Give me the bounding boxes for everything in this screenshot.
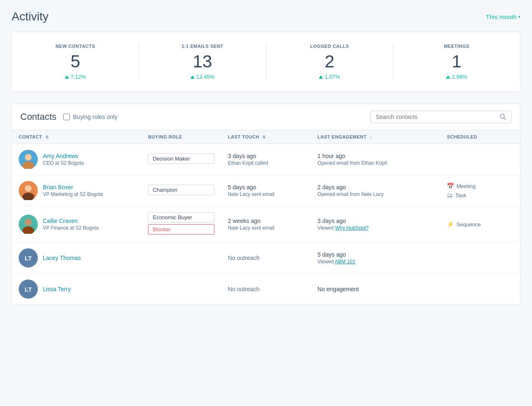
sort-icon-engagement: ↓ <box>369 135 372 139</box>
avatar: LT <box>19 280 38 299</box>
page-title: Activity <box>12 10 49 23</box>
time-filter-button[interactable]: This month ▾ <box>486 13 520 20</box>
trend-up-icon <box>319 75 323 79</box>
stat-emails-value: 13 <box>139 53 266 70</box>
contact-subtitle: CEO at S2 Bogota <box>43 160 84 166</box>
column-header-scheduled: Scheduled <box>440 130 520 144</box>
last-engagement-cell: 1 hour agoOpened email from Ethan Kopit <box>311 144 440 175</box>
last-touch-secondary: Ethan Kopit called <box>228 160 304 166</box>
last-engagement-primary: 1 hour ago <box>318 153 433 159</box>
table-row: LTLissa TerryNo outreachNo engagement <box>12 274 520 305</box>
contact-subtitle: VP Marketing at S2 Bogota <box>43 191 103 197</box>
contact-subtitle: VP Finance at S2 Bogota <box>43 225 99 231</box>
buying-role-cell: Economic BuyerBlocker <box>141 206 221 243</box>
scheduled-item: 📅Meeting <box>447 183 513 189</box>
trend-up-icon <box>190 75 195 79</box>
stat-emails-label: 1:1 Emails Sent <box>139 44 266 49</box>
scheduled-label: Sequence <box>456 221 481 228</box>
scheduled-item: ⚡Sequence <box>447 221 513 228</box>
task-icon: 🗂 <box>447 192 453 198</box>
meeting-icon: 📅 <box>447 183 454 189</box>
last-touch-cell: 3 days agoEthan Kopit called <box>221 144 311 175</box>
column-header-last-engagement[interactable]: Last Engagement ↓ <box>311 130 440 144</box>
contact-cell: LTLissa Terry <box>19 280 135 299</box>
last-engagement-primary: 5 days ago <box>318 251 433 258</box>
scheduled-cell <box>440 243 520 274</box>
scheduled-cell: ⚡Sequence <box>440 206 520 243</box>
contact-cell: LTLacey Thomas <box>19 248 135 267</box>
stat-meetings-value: 1 <box>393 53 520 70</box>
last-touch-primary: 5 days ago <box>228 184 304 191</box>
last-engagement-cell: 3 days agoViewed Why HubSpot? <box>311 206 440 243</box>
last-engagement-cell: 2 days agoOpened email from Nate Lacy <box>311 175 440 206</box>
last-engagement-secondary: Viewed ABM 101 <box>318 259 433 265</box>
stat-calls-change: 1.07% <box>266 74 393 80</box>
scheduled-label: Task <box>455 192 466 198</box>
last-touch-cell: 5 days agoNate Lacy sent email <box>221 175 311 206</box>
last-engagement-secondary: Opened email from Ethan Kopit <box>318 160 433 166</box>
buying-roles-filter[interactable]: Buying roles only <box>63 114 118 120</box>
role-badge: Decision Maker <box>148 153 214 164</box>
contacts-section: Contacts Buying roles only Contact ⇅ <box>12 104 520 305</box>
table-row: Amy AndrewsCEO at S2 BogotaDecision Make… <box>12 144 520 175</box>
role-badge: Economic Buyer <box>148 212 214 223</box>
sort-icon-touch: ⇅ <box>262 135 266 139</box>
last-engagement-primary: No engagement <box>318 286 433 292</box>
last-touch-primary: 2 weeks ago <box>228 218 304 224</box>
last-touch-primary: No outreach <box>228 255 304 261</box>
table-header-row: Contact ⇅ Buying Role Last Touch ⇅ Last … <box>12 130 520 144</box>
buying-roles-checkbox[interactable] <box>63 114 70 120</box>
stat-meetings-change: 2.98% <box>393 74 520 80</box>
sort-icon-contact: ⇅ <box>45 135 49 139</box>
avatar <box>19 181 38 200</box>
column-header-last-touch[interactable]: Last Touch ⇅ <box>221 130 311 144</box>
svg-point-3 <box>25 154 32 161</box>
avatar <box>19 215 38 234</box>
scheduled-cell: 📅Meeting🗂Task <box>440 175 520 206</box>
stat-meetings: Meetings 1 2.98% <box>393 44 520 80</box>
scheduled-cell <box>440 274 520 305</box>
last-engagement-cell: 5 days agoViewed ABM 101 <box>311 243 440 274</box>
search-box <box>370 111 512 123</box>
column-header-contact[interactable]: Contact ⇅ <box>12 130 141 144</box>
last-engagement-cell: No engagement <box>311 274 440 305</box>
contact-cell: Callie CravenVP Finance at S2 Bogota <box>19 215 135 234</box>
contact-name[interactable]: Amy Andrews <box>43 153 84 159</box>
buying-role-cell <box>141 274 221 305</box>
contacts-title: Contacts <box>20 111 57 122</box>
sequence-icon: ⚡ <box>447 221 454 228</box>
page-header: Activity This month ▾ <box>12 10 520 23</box>
buying-roles-label: Buying roles only <box>73 114 118 120</box>
search-input[interactable] <box>376 114 496 120</box>
last-engagement-secondary: Opened email from Nate Lacy <box>318 191 433 197</box>
svg-point-6 <box>25 185 32 192</box>
buying-role-cell <box>141 243 221 274</box>
contact-name[interactable]: Brian Boxer <box>43 184 103 191</box>
contact-name[interactable]: Callie Craven <box>43 218 99 224</box>
search-area <box>370 111 512 123</box>
scheduled-label: Meeting <box>456 183 475 189</box>
avatar: LT <box>19 248 38 267</box>
contact-name[interactable]: Lacey Thomas <box>43 255 81 261</box>
contacts-header: Contacts Buying roles only <box>12 104 520 130</box>
last-engagement-secondary: Viewed Why HubSpot? <box>318 225 433 231</box>
last-engagement-primary: 2 days ago <box>318 184 433 191</box>
stat-new-contacts-label: New Contacts <box>12 44 139 49</box>
stat-calls-label: Logged Calls <box>266 44 393 49</box>
role-badge: Champion <box>148 185 214 195</box>
last-touch-cell: No outreach <box>221 243 311 274</box>
engagement-link[interactable]: Why HubSpot? <box>335 225 369 231</box>
engagement-link[interactable]: ABM 101 <box>335 259 355 265</box>
table-row: Callie CravenVP Finance at S2 BogotaEcon… <box>12 206 520 243</box>
avatar <box>19 150 38 169</box>
scheduled-item: 🗂Task <box>447 192 513 198</box>
buying-role-cell: Champion <box>141 175 221 206</box>
scheduled-cell <box>440 144 520 175</box>
contact-name[interactable]: Lissa Terry <box>43 286 71 292</box>
contact-cell: Amy AndrewsCEO at S2 Bogota <box>19 150 135 169</box>
last-touch-secondary: Nate Lacy sent email <box>228 225 304 231</box>
stat-new-contacts-change: 7.12% <box>12 74 139 80</box>
trend-up-icon <box>65 75 69 79</box>
table-row: LTLacey ThomasNo outreach5 days agoViewe… <box>12 243 520 274</box>
last-engagement-primary: 3 days ago <box>318 218 433 224</box>
